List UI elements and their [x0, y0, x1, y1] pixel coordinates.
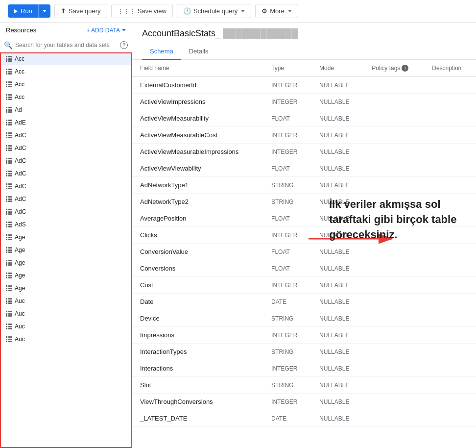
schema-wrapper: Field name Type Mode Policy tags i Descr…: [132, 60, 476, 448]
policy-tags-cell: [364, 277, 424, 294]
tree-item[interactable]: Ad_—: [0, 103, 132, 116]
field-name-cell: AdNetworkType1: [132, 177, 263, 194]
field-name-cell: Device: [132, 310, 263, 327]
field-name-cell: Interactions: [132, 360, 263, 377]
field-name-cell: ActiveViewMeasurableImpressions: [132, 144, 263, 160]
table-grid-icon: [6, 222, 12, 227]
table-row: ActiveViewMeasurabilityFLOATNULLABLE: [132, 110, 476, 127]
type-cell: INTEGER: [263, 394, 311, 410]
search-icon: 🔍: [4, 41, 12, 49]
tree-item-label: AdC: [15, 196, 116, 202]
tree-item[interactable]: AdC—: [0, 142, 132, 154]
search-input[interactable]: [15, 42, 117, 49]
type-cell: FLOAT: [263, 160, 311, 177]
table-row: DateDATENULLABLE: [132, 294, 476, 310]
tree-item[interactable]: Age—: [0, 231, 132, 244]
tree-item[interactable]: Age—: [0, 269, 132, 282]
help-icon[interactable]: ?: [120, 41, 128, 49]
tree-item[interactable]: AdC—: [0, 205, 132, 218]
policy-tags-cell: [364, 377, 424, 394]
mode-cell: NULLABLE: [311, 227, 364, 244]
tree-item[interactable]: AdC—: [0, 180, 132, 193]
mode-cell: NULLABLE: [311, 144, 364, 160]
sidebar-title: Resources: [6, 26, 36, 34]
tree-item[interactable]: Acc—: [0, 91, 132, 103]
run-button[interactable]: Run: [8, 4, 50, 18]
tree-item[interactable]: AdC—: [0, 193, 132, 205]
mode-cell: NULLABLE: [311, 310, 364, 327]
tree-item-label: Age: [15, 247, 116, 253]
policy-tags-cell: [364, 244, 424, 260]
type-cell: FLOAT: [263, 260, 311, 277]
table-row: AveragePositionFLOATNULLABLE: [132, 210, 476, 227]
tree-item[interactable]: Acc—: [0, 78, 132, 91]
tree-item[interactable]: Acc—: [0, 52, 132, 65]
sidebar-header: Resources + ADD DATA: [0, 23, 132, 38]
table-grid-icon: [6, 196, 12, 202]
tree-item[interactable]: AdE—: [0, 116, 132, 129]
tree-list: Acc—Acc—Acc—Acc—Ad_—AdE—AdC—AdC—AdC—AdC—…: [0, 52, 132, 346]
table-grid-icon: [6, 56, 12, 62]
table-title-blur: ████████████: [223, 28, 298, 38]
type-cell: FLOAT: [263, 110, 311, 127]
col-field-name: Field name: [132, 60, 263, 77]
field-name-cell: Impressions: [132, 327, 263, 344]
tree-item[interactable]: AdS—: [0, 218, 132, 231]
run-icon: [14, 9, 18, 14]
tree-container: Acc—Acc—Acc—Acc—Ad_—AdE—AdC—AdC—AdC—AdC—…: [0, 52, 132, 448]
tab-details[interactable]: Details: [181, 44, 216, 60]
description-cell: [424, 410, 476, 427]
type-cell: STRING: [263, 177, 311, 194]
schedule-query-button[interactable]: 🕐 Schedule query: [177, 4, 251, 18]
more-button[interactable]: ⚙ More: [255, 4, 298, 18]
schema-container[interactable]: Field name Type Mode Policy tags i Descr…: [132, 60, 476, 448]
mode-cell: NULLABLE: [311, 110, 364, 127]
table-grid-icon: [6, 247, 12, 253]
policy-tags-cell: [364, 394, 424, 410]
add-data-button[interactable]: + ADD DATA: [86, 27, 126, 34]
save-view-button[interactable]: ⋮⋮⋮ Save view: [111, 4, 173, 18]
mode-cell: NULLABLE: [311, 327, 364, 344]
mode-cell: NULLABLE: [311, 177, 364, 194]
run-dropdown-arrow[interactable]: [39, 7, 50, 15]
table-row: AdNetworkType1STRINGNULLABLE: [132, 177, 476, 194]
description-cell: [424, 260, 476, 277]
description-cell: [424, 160, 476, 177]
tree-item[interactable]: Acc—: [0, 65, 132, 78]
tab-schema[interactable]: Schema: [142, 44, 181, 60]
tree-item[interactable]: Age—: [0, 256, 132, 269]
mode-cell: NULLABLE: [311, 160, 364, 177]
table-row: InteractionsINTEGERNULLABLE: [132, 360, 476, 377]
table-grid-icon: [6, 120, 12, 125]
tree-item[interactable]: Age—: [0, 244, 132, 256]
type-cell: DATE: [263, 410, 311, 427]
field-name-cell: Clicks: [132, 227, 263, 244]
field-name-cell: ActiveViewMeasurableCost: [132, 127, 263, 144]
policy-tags-cell: [364, 177, 424, 194]
tree-item-label: Auc: [15, 323, 116, 330]
tree-item[interactable]: Age—: [0, 282, 132, 295]
type-cell: STRING: [263, 377, 311, 394]
tree-item-label: Age: [15, 234, 116, 241]
mode-cell: NULLABLE: [311, 394, 364, 410]
tree-item[interactable]: Auc—: [0, 307, 132, 320]
tree-item[interactable]: AdC—: [0, 167, 132, 180]
tree-item[interactable]: Auc—: [0, 333, 132, 346]
tree-item[interactable]: AdC—: [0, 154, 132, 167]
policy-info-badge: i: [402, 65, 408, 72]
tree-item-label: AdC: [15, 170, 116, 177]
mode-cell: NULLABLE: [311, 344, 364, 360]
field-name-cell: ViewThroughConversions: [132, 394, 263, 410]
tree-item-label: Age: [15, 259, 116, 266]
table-row: SlotSTRINGNULLABLE: [132, 377, 476, 394]
tree-item[interactable]: AdC—: [0, 129, 132, 142]
save-query-button[interactable]: ⬆ Save query: [54, 4, 107, 18]
policy-tags-cell: [364, 127, 424, 144]
table-row: ActiveViewMeasurableCostINTEGERNULLABLE: [132, 127, 476, 144]
tree-item[interactable]: Auc—: [0, 320, 132, 333]
table-row: _LATEST_DATEDATENULLABLE: [132, 410, 476, 427]
tree-item[interactable]: Auc—: [0, 295, 132, 307]
mode-cell: NULLABLE: [311, 294, 364, 310]
table-grid-icon: [6, 107, 12, 113]
description-cell: [424, 394, 476, 410]
